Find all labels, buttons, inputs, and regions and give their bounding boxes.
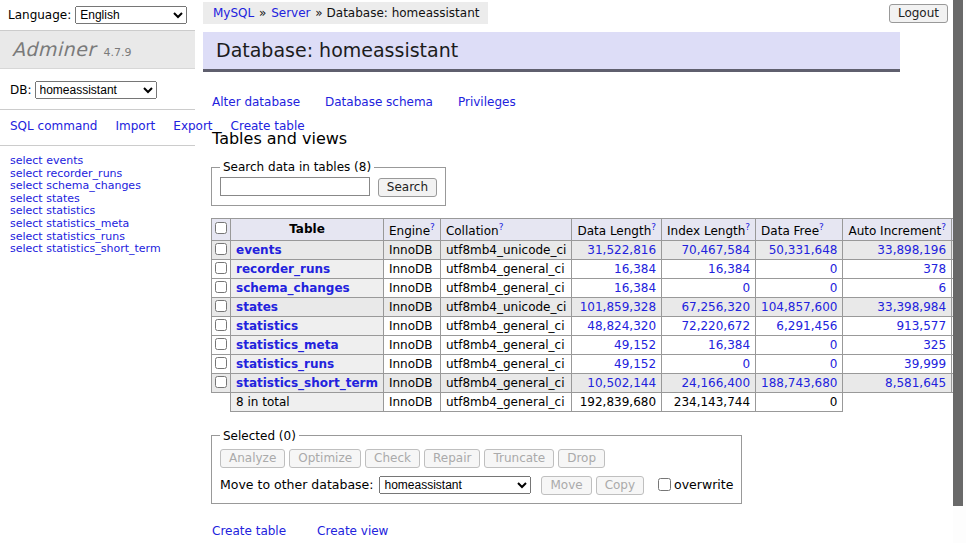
sidebar-action-import[interactable]: Import	[115, 119, 155, 133]
database-schema-link[interactable]: Database schema	[325, 95, 433, 109]
move-db-select[interactable]: homeassistant	[379, 476, 531, 494]
vertical-scrollbar-track[interactable]	[953, 0, 966, 543]
row-checkbox[interactable]	[215, 243, 227, 255]
row-checkbox[interactable]	[215, 338, 227, 350]
db-select[interactable]: homeassistant	[35, 81, 157, 99]
column-help-link[interactable]: ?	[651, 222, 656, 232]
data-length-link[interactable]: 48,824,320	[587, 319, 656, 333]
alter-database-link[interactable]: Alter database	[212, 95, 300, 109]
data-free-link[interactable]: 0	[830, 338, 838, 352]
data-length-link[interactable]: 49,152	[614, 357, 656, 371]
auto-increment-link[interactable]: 325	[923, 338, 946, 352]
column-help-link[interactable]: ?	[499, 222, 504, 232]
data-length-cell: 101,859,328	[572, 297, 662, 316]
row-checkbox-cell	[212, 278, 231, 297]
table-link[interactable]: schema_changes	[236, 281, 350, 295]
auto-increment-cell: 8,581,645	[843, 373, 952, 392]
sidebar-action-sql-command[interactable]: SQL command	[10, 119, 97, 133]
table-link[interactable]: statistics_runs	[236, 357, 334, 371]
row-checkbox-cell	[212, 335, 231, 354]
overwrite-checkbox[interactable]	[658, 478, 671, 491]
create-table-link[interactable]: Create table	[212, 524, 286, 538]
vertical-scrollbar-thumb[interactable]	[953, 0, 963, 506]
sidebar-select-events[interactable]: select events	[10, 155, 185, 168]
data-length-link[interactable]: 101,859,328	[580, 300, 656, 314]
data-free-link[interactable]: 0	[830, 262, 838, 276]
column-help-link[interactable]: ?	[819, 222, 824, 232]
sidebar-table-links: select eventsselect recorder_runsselect …	[0, 146, 195, 265]
column-header-data-free: Data Free?	[756, 218, 843, 240]
table-row: eventsInnoDButf8mb4_unicode_ci31,522,816…	[212, 240, 966, 259]
column-help-link[interactable]: ?	[941, 222, 946, 232]
index-length-link[interactable]: 0	[742, 357, 750, 371]
engine-cell: InnoDB	[383, 240, 440, 259]
sidebar-select-statistics_short_term[interactable]: select statistics_short_term	[10, 243, 185, 256]
index-length-link[interactable]: 0	[742, 281, 750, 295]
search-button[interactable]: Search	[378, 178, 437, 197]
row-checkbox[interactable]	[215, 281, 227, 293]
index-length-link[interactable]: 70,467,584	[681, 243, 750, 257]
table-link[interactable]: statistics	[236, 319, 298, 333]
breadcrumb: MySQL » Server » Database: homeassistant	[203, 2, 488, 24]
sidebar-select-schema_changes[interactable]: select schema_changes	[10, 180, 185, 193]
search-input[interactable]	[220, 177, 370, 196]
auto-increment-link[interactable]: 378	[923, 262, 946, 276]
tables-heading: Tables and views	[212, 129, 900, 148]
auto-increment-link[interactable]: 39,999	[904, 357, 946, 371]
analyze-button[interactable]: Analyze	[220, 449, 285, 468]
row-checkbox[interactable]	[215, 376, 227, 388]
data-length-link[interactable]: 16,384	[614, 281, 656, 295]
table-name-cell: statistics_runs	[231, 354, 384, 373]
engine-cell: InnoDB	[383, 373, 440, 392]
index-length-link[interactable]: 16,384	[708, 262, 750, 276]
index-length-link[interactable]: 24,166,400	[681, 376, 750, 390]
help-sup: ?	[745, 221, 750, 232]
truncate-button[interactable]: Truncate	[484, 449, 554, 468]
select-all-checkbox[interactable]	[215, 222, 227, 234]
breadcrumb-link-mysql[interactable]: MySQL	[213, 6, 254, 20]
table-link[interactable]: statistics_meta	[236, 338, 339, 352]
column-help-link[interactable]: ?	[745, 222, 750, 232]
breadcrumb-link-server[interactable]: Server	[271, 6, 310, 20]
data-length-link[interactable]: 31,522,816	[587, 243, 656, 257]
table-link[interactable]: statistics_short_term	[236, 376, 378, 390]
auto-increment-link[interactable]: 33,398,984	[877, 300, 946, 314]
data-free-link[interactable]: 188,743,680	[761, 376, 837, 390]
column-help-link[interactable]: ?	[430, 222, 435, 232]
data-free-link[interactable]: 6,291,456	[776, 319, 837, 333]
drop-button[interactable]: Drop	[558, 449, 605, 468]
total-row: 8 in totalInnoDButf8mb4_general_ci192,83…	[212, 392, 966, 411]
data-length-link[interactable]: 49,152	[614, 338, 656, 352]
row-checkbox[interactable]	[215, 300, 227, 312]
overwrite-option[interactable]: overwrite	[654, 477, 733, 492]
table-link[interactable]: events	[236, 243, 282, 257]
data-free-link[interactable]: 104,857,600	[761, 300, 837, 314]
sidebar-select-statistics_meta[interactable]: select statistics_meta	[10, 218, 185, 231]
copy-button[interactable]: Copy	[596, 476, 644, 495]
index-length-link[interactable]: 67,256,320	[681, 300, 750, 314]
data-length-link[interactable]: 16,384	[614, 262, 656, 276]
table-create-links: Create tableCreate view	[212, 524, 900, 538]
index-length-link[interactable]: 16,384	[708, 338, 750, 352]
data-free-link[interactable]: 0	[830, 357, 838, 371]
row-checkbox[interactable]	[215, 357, 227, 369]
data-free-link[interactable]: 50,331,648	[769, 243, 838, 257]
auto-increment-link[interactable]: 913,577	[896, 319, 946, 333]
move-button[interactable]: Move	[541, 476, 591, 495]
table-link[interactable]: states	[236, 300, 278, 314]
optimize-button[interactable]: Optimize	[289, 449, 361, 468]
create-view-link[interactable]: Create view	[317, 524, 388, 538]
index-length-link[interactable]: 72,220,672	[681, 319, 750, 333]
check-button[interactable]: Check	[365, 449, 420, 468]
data-length-link[interactable]: 10,502,144	[587, 376, 656, 390]
repair-button[interactable]: Repair	[424, 449, 480, 468]
row-checkbox[interactable]	[215, 262, 227, 274]
table-link[interactable]: recorder_runs	[236, 262, 330, 276]
app-name: Adminer	[12, 38, 96, 60]
data-free-link[interactable]: 0	[830, 281, 838, 295]
privileges-link[interactable]: Privileges	[458, 95, 516, 109]
row-checkbox[interactable]	[215, 319, 227, 331]
auto-increment-link[interactable]: 8,581,645	[885, 376, 946, 390]
auto-increment-link[interactable]: 6	[938, 281, 946, 295]
auto-increment-link[interactable]: 33,898,196	[877, 243, 946, 257]
